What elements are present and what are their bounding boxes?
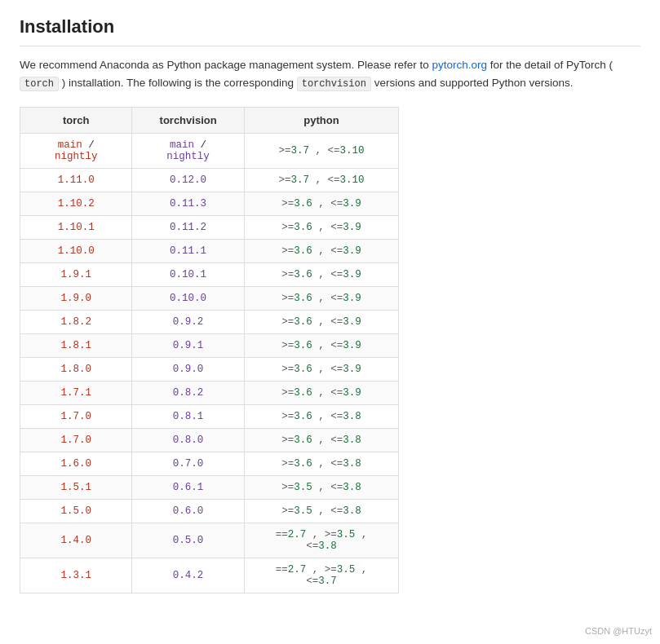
version-table: torch torchvision python main / nightlym… — [20, 107, 399, 593]
cell-torch: 1.4.0 — [20, 523, 132, 558]
cell-torchvision: 0.7.0 — [132, 452, 245, 475]
cell-torchvision: 0.8.1 — [132, 404, 245, 428]
table-row: 1.8.20.9.2>=3.6 , <=3.9 — [20, 310, 399, 333]
table-row: 1.8.10.9.1>=3.6 , <=3.9 — [20, 333, 399, 357]
cell-python: >=3.6 , <=3.9 — [244, 215, 398, 239]
page-title: Installation — [20, 16, 640, 46]
table-row: 1.11.00.12.0>=3.7 , <=3.10 — [20, 168, 399, 192]
cell-torchvision: 0.6.1 — [132, 475, 245, 499]
cell-torchvision: main / nightly — [132, 133, 245, 168]
table-row: 1.9.10.10.1>=3.6 , <=3.9 — [20, 262, 399, 286]
table-row: 1.7.00.8.1>=3.6 , <=3.8 — [20, 404, 399, 428]
cell-torchvision: 0.9.0 — [132, 357, 245, 381]
cell-torchvision: 0.12.0 — [132, 168, 245, 192]
cell-torch: 1.7.1 — [20, 381, 132, 404]
cell-python: >=3.6 , <=3.8 — [244, 404, 398, 428]
intro-text-2: for the detail of PyTorch ( — [487, 59, 613, 71]
table-row: 1.6.00.7.0>=3.6 , <=3.8 — [20, 452, 399, 475]
intro-text-1: We recommend Anaconda as Python package … — [20, 59, 432, 71]
cell-torch: 1.7.0 — [20, 428, 132, 452]
cell-torch: 1.8.2 — [20, 310, 132, 333]
table-row: 1.10.10.11.2>=3.6 , <=3.9 — [20, 215, 399, 239]
cell-torch: 1.10.1 — [20, 215, 132, 239]
cell-torch: 1.11.0 — [20, 168, 132, 192]
cell-torch: 1.8.0 — [20, 357, 132, 381]
intro-text-4: versions and supported Python versions. — [371, 77, 574, 89]
cell-python: >=3.7 , <=3.10 — [244, 133, 398, 168]
intro-text: We recommend Anaconda as Python package … — [20, 56, 640, 92]
cell-python: >=3.6 , <=3.8 — [244, 428, 398, 452]
cell-python: ==2.7 , >=3.5 , <=3.8 — [244, 523, 398, 558]
table-row: 1.10.20.11.3>=3.6 , <=3.9 — [20, 192, 399, 215]
cell-python: >=3.6 , <=3.8 — [244, 452, 398, 475]
cell-torchvision: 0.10.1 — [132, 262, 245, 286]
table-row: 1.9.00.10.0>=3.6 , <=3.9 — [20, 286, 399, 310]
intro-text-3: ) installation. The following is the cor… — [59, 77, 297, 89]
cell-torch: 1.7.0 — [20, 404, 132, 428]
cell-python: ==2.7 , >=3.5 , <=3.7 — [244, 558, 398, 593]
cell-torch: 1.5.1 — [20, 475, 132, 499]
col-header-python: python — [244, 107, 398, 133]
cell-torch: 1.6.0 — [20, 452, 132, 475]
cell-torchvision: 0.11.3 — [132, 192, 245, 215]
cell-torchvision: 0.9.2 — [132, 310, 245, 333]
cell-python: >=3.6 , <=3.9 — [244, 381, 398, 404]
cell-torchvision: 0.10.0 — [132, 286, 245, 310]
cell-python: >=3.5 , <=3.8 — [244, 475, 398, 499]
cell-torchvision: 0.8.0 — [132, 428, 245, 452]
cell-torchvision: 0.4.2 — [132, 558, 245, 593]
cell-torch: 1.9.0 — [20, 286, 132, 310]
version-table-wrapper: torch torchvision python main / nightlym… — [20, 107, 640, 593]
cell-torch: 1.9.1 — [20, 262, 132, 286]
cell-torch: 1.3.1 — [20, 558, 132, 593]
cell-torchvision: 0.9.1 — [132, 333, 245, 357]
cell-python: >=3.6 , <=3.9 — [244, 286, 398, 310]
cell-python: >=3.6 , <=3.9 — [244, 310, 398, 333]
cell-torchvision: 0.11.1 — [132, 239, 245, 262]
cell-torch: 1.8.1 — [20, 333, 132, 357]
table-row: main / nightlymain / nightly>=3.7 , <=3.… — [20, 133, 399, 168]
cell-python: >=3.6 , <=3.9 — [244, 192, 398, 215]
torch-code: torch — [20, 77, 59, 91]
col-header-torch: torch — [20, 107, 132, 133]
cell-torchvision: 0.8.2 — [132, 381, 245, 404]
table-row: 1.3.10.4.2==2.7 , >=3.5 , <=3.7 — [20, 558, 399, 593]
cell-python: >=3.6 , <=3.9 — [244, 262, 398, 286]
cell-torch: 1.5.0 — [20, 499, 132, 523]
cell-torchvision: 0.11.2 — [132, 215, 245, 239]
cell-torch: main / nightly — [20, 133, 132, 168]
col-header-torchvision: torchvision — [132, 107, 245, 133]
table-row: 1.4.00.5.0==2.7 , >=3.5 , <=3.8 — [20, 523, 399, 558]
cell-torchvision: 0.6.0 — [132, 499, 245, 523]
cell-python: >=3.5 , <=3.8 — [244, 499, 398, 523]
table-row: 1.8.00.9.0>=3.6 , <=3.9 — [20, 357, 399, 381]
torchvision-code: torchvision — [297, 77, 371, 91]
cell-torch: 1.10.2 — [20, 192, 132, 215]
table-header-row: torch torchvision python — [20, 107, 399, 133]
cell-python: >=3.6 , <=3.9 — [244, 239, 398, 262]
cell-torchvision: 0.5.0 — [132, 523, 245, 558]
cell-torch: 1.10.0 — [20, 239, 132, 262]
table-row: 1.7.00.8.0>=3.6 , <=3.8 — [20, 428, 399, 452]
table-row: 1.5.00.6.0>=3.5 , <=3.8 — [20, 499, 399, 523]
table-row: 1.7.10.8.2>=3.6 , <=3.9 — [20, 381, 399, 404]
table-row: 1.10.00.11.1>=3.6 , <=3.9 — [20, 239, 399, 262]
pytorch-link[interactable]: pytorch.org — [432, 59, 488, 71]
table-row: 1.5.10.6.1>=3.5 , <=3.8 — [20, 475, 399, 499]
cell-python: >=3.7 , <=3.10 — [244, 168, 398, 192]
cell-python: >=3.6 , <=3.9 — [244, 357, 398, 381]
cell-python: >=3.6 , <=3.9 — [244, 333, 398, 357]
